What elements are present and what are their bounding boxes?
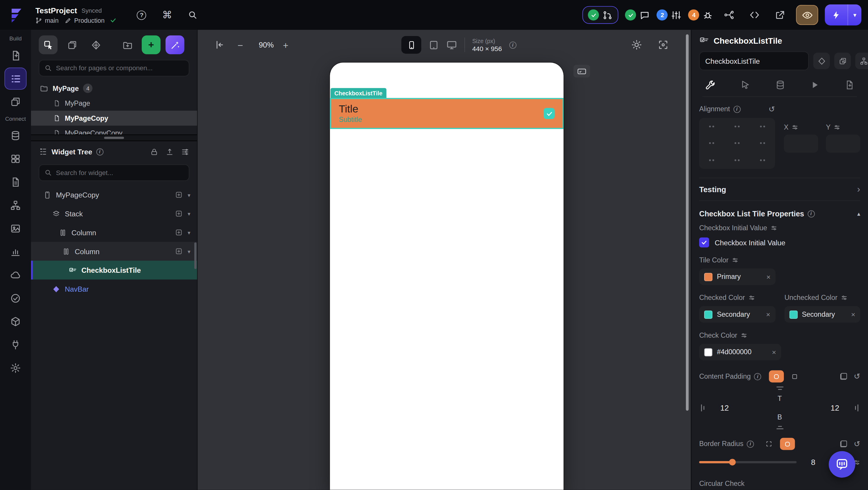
unchecked-color-chip[interactable]: Secondary ×	[784, 306, 860, 323]
widget-tree-node-navbar[interactable]: NavBar	[31, 279, 197, 299]
radius-uniform-button[interactable]	[780, 438, 795, 450]
testing-section-row[interactable]: Testing ›	[699, 178, 860, 201]
widget-tree-node-page[interactable]: MyPageCopy ▾	[31, 185, 197, 204]
rail-checks-button[interactable]	[4, 287, 27, 309]
rail-document-button[interactable]	[4, 171, 27, 193]
ai-generate-button[interactable]	[166, 35, 185, 54]
widget-name-input[interactable]	[699, 51, 809, 70]
tab-animations[interactable]	[810, 80, 820, 90]
y-alignment-input[interactable]	[826, 134, 860, 153]
expand-caret-icon[interactable]: ▾	[188, 229, 190, 236]
tile-checkbox[interactable]	[544, 108, 555, 119]
search-button[interactable]	[187, 9, 199, 21]
bind-toggle-icon[interactable]	[792, 124, 799, 131]
clear-color-button[interactable]: ×	[767, 272, 771, 281]
widget-select-tool-button[interactable]	[39, 35, 58, 54]
branch-status-pill[interactable]	[583, 6, 619, 24]
expand-caret-icon[interactable]: ▾	[188, 192, 190, 198]
open-external-button[interactable]	[771, 6, 790, 25]
zoom-out-button[interactable]: −	[237, 40, 243, 52]
pages-folder-row[interactable]: MyPage 4	[31, 81, 197, 96]
padding-bottom-handle-icon[interactable]	[775, 425, 784, 430]
todo-status-group[interactable]: 2	[657, 9, 682, 21]
copy-radius-icon[interactable]	[841, 441, 847, 448]
padding-left-value[interactable]: 12	[720, 403, 728, 412]
help-button[interactable]: ?	[135, 9, 148, 21]
padding-left-handle-icon[interactable]	[700, 403, 706, 412]
rail-media-button[interactable]	[4, 218, 27, 240]
branch-name[interactable]: main	[45, 17, 59, 24]
theme-tool-button[interactable]	[87, 35, 105, 54]
align-bottom-left[interactable]	[709, 159, 714, 161]
command-palette-button[interactable]: ⌘	[161, 9, 173, 21]
export-tree-icon[interactable]	[166, 148, 174, 156]
widget-tree-scrollbar[interactable]	[194, 242, 197, 269]
bind-toggle-icon[interactable]	[841, 295, 848, 301]
checked-color-chip[interactable]: Secondary ×	[699, 306, 775, 323]
add-widget-icon[interactable]	[175, 228, 182, 236]
checkbox-list-tile-widget[interactable]: Title Subtitle	[330, 98, 564, 129]
tile-color-swatch[interactable]	[704, 272, 712, 281]
rail-database-button[interactable]	[4, 125, 27, 147]
padding-top-value[interactable]: T	[778, 395, 782, 402]
check-color-swatch[interactable]	[704, 348, 712, 356]
wrap-widget-button[interactable]	[855, 53, 868, 69]
check-color-chip[interactable]: #4d000000 ×	[699, 344, 781, 360]
copy-widget-button[interactable]	[834, 53, 851, 69]
align-center[interactable]	[735, 143, 740, 144]
bind-toggle-icon[interactable]	[732, 257, 739, 264]
align-center-right[interactable]	[760, 143, 765, 144]
add-widget-icon[interactable]	[175, 191, 182, 198]
rail-settings-button[interactable]	[4, 357, 27, 379]
initial-value-checkbox-row[interactable]: Checkbox Initial Value	[699, 237, 860, 247]
canvas-scrollbar[interactable]	[686, 34, 688, 410]
radius-individual-button[interactable]	[762, 438, 777, 450]
add-widget-icon[interactable]	[175, 210, 182, 218]
bind-toggle-icon[interactable]	[740, 332, 747, 339]
collapse-panel-button[interactable]	[214, 39, 225, 51]
widget-quick-action[interactable]	[574, 65, 590, 77]
add-folder-button[interactable]	[118, 35, 137, 54]
align-top-center[interactable]	[735, 125, 740, 127]
pages-search-input[interactable]	[56, 64, 184, 72]
expand-caret-icon[interactable]: ▾	[188, 248, 190, 254]
phone-preview-frame[interactable]: CheckboxListTile Title Subtitle	[330, 63, 564, 490]
run-options-button[interactable]: ▾	[848, 11, 861, 18]
tab-actions[interactable]	[740, 80, 750, 90]
widget-tree-node-checkboxlisttile[interactable]: CheckboxListTile	[31, 261, 197, 279]
reset-alignment-button[interactable]: ↺	[769, 104, 775, 113]
bind-toggle-icon[interactable]	[834, 124, 841, 131]
page-item-selected[interactable]: MyPageCopy	[31, 111, 197, 126]
widget-tree-node-column[interactable]: Column ▾	[31, 223, 197, 242]
rail-testing-button[interactable]	[4, 310, 27, 333]
tab-properties[interactable]	[705, 80, 716, 91]
issues-status-group[interactable]: 4	[688, 9, 713, 21]
lock-icon[interactable]	[150, 148, 158, 156]
api-flow-button[interactable]	[720, 6, 739, 25]
align-bottom-center[interactable]	[735, 159, 740, 161]
rail-components-button[interactable]	[4, 91, 27, 113]
design-canvas[interactable]: − 90% + Size (px) 440 × 956 i CheckboxLi…	[197, 30, 691, 490]
x-alignment-input[interactable]	[784, 134, 818, 153]
padding-bottom-value[interactable]: B	[777, 414, 782, 421]
theme-mode-toggle[interactable]	[631, 39, 643, 51]
device-phone-button[interactable]	[401, 36, 421, 54]
widget-tree-node-stack[interactable]: Stack ▾	[31, 204, 197, 223]
align-top-left[interactable]	[709, 125, 714, 127]
page-item[interactable]: MyPageCopyCopy	[31, 126, 197, 134]
checked-color-swatch[interactable]	[704, 310, 712, 318]
slider-thumb[interactable]	[729, 459, 736, 465]
rail-add-page-button[interactable]	[4, 44, 27, 66]
widget-search-input[interactable]	[56, 169, 184, 177]
rail-charts-button[interactable]	[4, 241, 27, 263]
bind-toggle-icon[interactable]	[771, 225, 777, 232]
copy-padding-icon[interactable]	[841, 373, 847, 380]
canvas-settings-button[interactable]	[658, 39, 669, 51]
tree-options-icon[interactable]	[181, 148, 189, 156]
align-top-right[interactable]	[760, 125, 765, 127]
rail-hierarchy-button[interactable]	[4, 194, 27, 216]
tile-properties-header[interactable]: Checkbox List Tile Properties i ▴	[699, 203, 860, 224]
rail-dashboard-button[interactable]	[4, 148, 27, 170]
reset-padding-button[interactable]: ↺	[854, 372, 860, 381]
project-name[interactable]: TestProject	[35, 6, 77, 15]
